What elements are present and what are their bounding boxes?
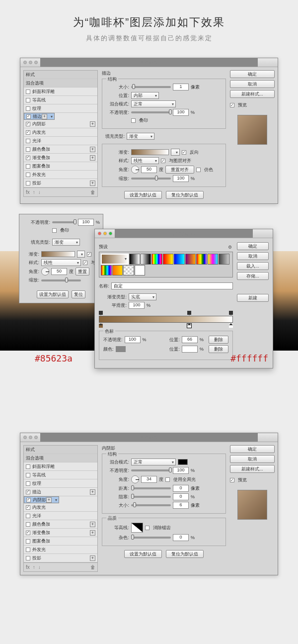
style-checkbox[interactable]: [26, 173, 30, 177]
angle-input[interactable]: 50: [51, 268, 67, 275]
cancel-button[interactable]: 取消: [230, 455, 275, 463]
overprint-checkbox[interactable]: [131, 118, 136, 123]
style-item-光泽[interactable]: 光泽: [24, 512, 97, 520]
style-item-光泽[interactable]: 光泽: [24, 137, 97, 145]
position-select[interactable]: 内部: [131, 92, 159, 99]
style-item-描边[interactable]: 描边+: [24, 488, 97, 496]
angle-dial[interactable]: [131, 475, 139, 483]
preview-checkbox[interactable]: [230, 478, 234, 482]
style-item-等高线[interactable]: 等高线: [24, 96, 97, 104]
style-item-图案叠加[interactable]: 图案叠加: [24, 537, 97, 546]
reset-button[interactable]: 重置: [75, 268, 89, 276]
distance-slider[interactable]: [131, 487, 171, 489]
style-item-渐变叠加[interactable]: 渐变叠加+: [24, 529, 97, 537]
scale-input[interactable]: 100: [173, 175, 189, 182]
opacity-input[interactable]: 100: [173, 109, 189, 116]
ok-button[interactable]: 确定: [230, 445, 275, 453]
maximize-icon[interactable]: [34, 436, 38, 439]
style-item-外发光[interactable]: 外发光: [24, 546, 97, 554]
style-checkbox[interactable]: [26, 164, 30, 169]
size-input[interactable]: 1: [173, 84, 189, 91]
maximize-icon[interactable]: [109, 232, 112, 235]
style-checkbox[interactable]: [26, 548, 30, 552]
preset-swatch[interactable]: [208, 254, 219, 265]
style-item-内阴影[interactable]: 内阴影+: [24, 496, 59, 503]
reset-default-button[interactable]: 复位为默认值: [166, 550, 204, 558]
styles-header[interactable]: 样式: [24, 71, 97, 79]
preset-swatch[interactable]: [123, 265, 134, 276]
reset-default-button[interactable]: 复位为默认值: [166, 191, 204, 199]
blend-options[interactable]: 混合选项: [24, 454, 97, 462]
cancel-button[interactable]: 取消: [230, 80, 275, 88]
styles-header[interactable]: 样式: [24, 446, 97, 454]
new-button[interactable]: 新建: [237, 294, 269, 302]
angle-dial[interactable]: [41, 268, 49, 276]
scale-slider[interactable]: [41, 279, 81, 281]
style-item-纹理[interactable]: 纹理: [24, 104, 97, 113]
ok-button[interactable]: 确定: [237, 242, 269, 250]
blend-select[interactable]: 正常: [131, 459, 176, 465]
align-checkbox[interactable]: [83, 261, 87, 265]
opacity-slider[interactable]: [131, 469, 171, 471]
trash-icon[interactable]: 🗑: [90, 564, 95, 570]
add-icon[interactable]: +: [90, 155, 95, 161]
style-item-渐变叠加[interactable]: 渐变叠加+: [24, 154, 97, 162]
color-stop[interactable]: [229, 324, 233, 328]
reverse-checkbox[interactable]: [182, 150, 186, 155]
style-checkbox[interactable]: [26, 556, 30, 560]
preset-swatch[interactable]: [151, 254, 162, 265]
minimize-icon[interactable]: [29, 436, 32, 439]
color-stop[interactable]: [187, 324, 191, 328]
stop-opacity-input[interactable]: 100: [125, 336, 141, 343]
delete-stop-button2[interactable]: 删除: [209, 345, 228, 353]
size-input[interactable]: 6: [173, 502, 189, 509]
style-item-投影[interactable]: 投影+: [24, 179, 97, 187]
delete-stop-button[interactable]: 删除: [209, 336, 228, 344]
preset-swatch[interactable]: [129, 254, 140, 265]
preset-swatch[interactable]: [196, 254, 207, 265]
style-checkbox[interactable]: [26, 122, 30, 126]
add-icon[interactable]: +: [90, 121, 95, 127]
gradient-swatch[interactable]: [41, 251, 75, 257]
stop-location-input[interactable]: 66: [182, 336, 198, 343]
overprint-checkbox[interactable]: [52, 228, 57, 233]
preset-swatch[interactable]: [185, 254, 196, 265]
contour-picker[interactable]: [131, 523, 143, 533]
preset-swatch[interactable]: [163, 254, 174, 265]
style-select[interactable]: 线性: [131, 157, 159, 164]
add-icon[interactable]: +: [46, 497, 52, 503]
color-stop[interactable]: [99, 324, 103, 328]
dither-checkbox[interactable]: [196, 168, 201, 172]
size-slider[interactable]: [131, 504, 171, 506]
noise-input[interactable]: 0: [173, 534, 189, 541]
style-item-投影[interactable]: 投影+: [24, 554, 97, 562]
add-icon[interactable]: +: [42, 114, 47, 119]
preset-swatch[interactable]: [101, 254, 129, 265]
maximize-icon[interactable]: [34, 61, 38, 64]
style-item-内阴影[interactable]: 内阴影+: [24, 120, 97, 128]
color-swatch[interactable]: [178, 459, 188, 465]
minimize-icon[interactable]: [103, 232, 107, 235]
antialias-checkbox[interactable]: [145, 526, 149, 530]
style-checkbox[interactable]: [26, 531, 30, 535]
close-icon[interactable]: [23, 436, 27, 439]
down-icon[interactable]: ↓: [38, 564, 41, 570]
preset-swatch[interactable]: [101, 265, 112, 276]
style-checkbox[interactable]: [26, 539, 30, 544]
load-button[interactable]: 载入...: [237, 262, 269, 270]
down-icon[interactable]: ↓: [38, 189, 41, 195]
fx-icon[interactable]: fx: [26, 564, 30, 570]
style-checkbox[interactable]: [26, 139, 30, 143]
new-style-button[interactable]: 新建样式...: [230, 465, 275, 473]
style-checkbox[interactable]: [26, 181, 30, 185]
angle-input[interactable]: 34: [141, 476, 157, 483]
add-icon[interactable]: +: [90, 489, 95, 495]
style-checkbox[interactable]: [26, 473, 30, 477]
gradient-dropdown[interactable]: [171, 149, 180, 156]
name-input[interactable]: [111, 282, 233, 289]
style-checkbox[interactable]: [26, 106, 30, 111]
add-icon[interactable]: +: [90, 181, 95, 186]
opacity-slider[interactable]: [131, 111, 171, 113]
stop-color-swatch[interactable]: [116, 346, 126, 352]
style-checkbox[interactable]: [26, 514, 30, 518]
